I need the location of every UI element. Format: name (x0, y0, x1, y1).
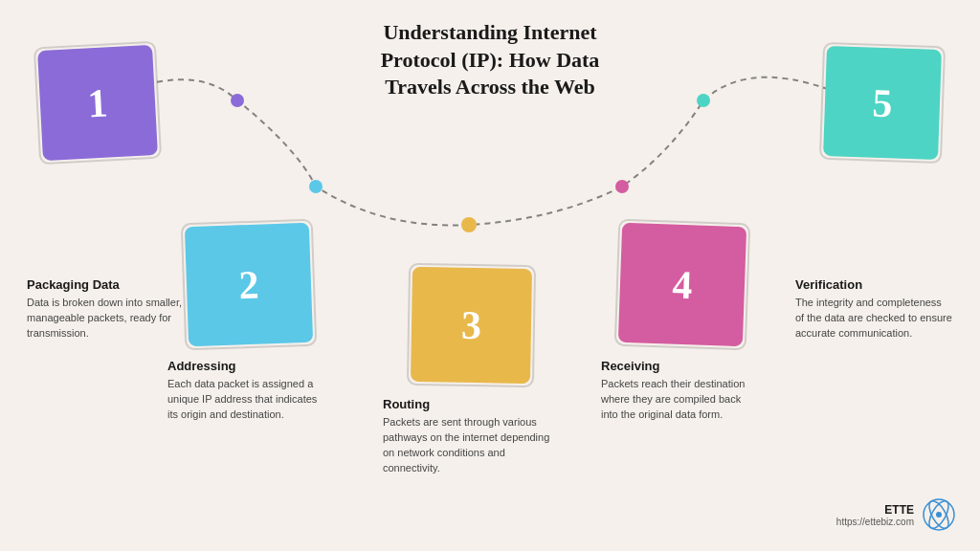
step-number-2: 2 (238, 261, 260, 308)
step-label-5: Verification The integrity and completen… (795, 277, 953, 342)
step-desc-2: Each data packet is assigned a unique IP… (167, 377, 325, 423)
branding-text: ETTE https://ettebiz.com (836, 503, 914, 527)
arc-dot-2 (309, 180, 323, 193)
step-box-1: 1 (37, 45, 158, 161)
step-title-3: Routing (383, 397, 550, 411)
step-desc-3: Packets are sent through various pathway… (383, 415, 550, 476)
step-box-4: 4 (618, 223, 746, 346)
title-area: Understanding Internet Protocol (IP): Ho… (327, 19, 653, 101)
step-label-3: Routing Packets are sent through various… (383, 397, 550, 476)
arc-dot-3 (461, 217, 477, 232)
branding-url: https://ettebiz.com (836, 517, 914, 527)
branding-area: ETTE https://ettebiz.com (836, 497, 956, 532)
arc-dot-5 (697, 94, 710, 107)
step-box-5: 5 (823, 46, 942, 160)
step-number-4: 4 (672, 261, 694, 308)
step-title-2: Addressing (167, 359, 325, 373)
step-desc-5: The integrity and completeness of the da… (795, 296, 953, 342)
step-box-3: 3 (411, 267, 532, 384)
step-title-4: Receiving (601, 359, 759, 373)
step-box-2: 2 (185, 223, 313, 346)
branding-name: ETTE (836, 503, 914, 517)
step-label-2: Addressing Each data packet is assigned … (167, 359, 325, 423)
svg-point-3 (936, 512, 942, 518)
step-title-5: Verification (795, 277, 953, 292)
main-title: Understanding Internet Protocol (IP): Ho… (327, 19, 653, 101)
step-desc-1: Data is broken down into smaller, manage… (27, 296, 185, 342)
step-number-1: 1 (86, 79, 108, 126)
branding-icon (922, 497, 956, 532)
step-label-1: Packaging Data Data is broken down into … (27, 277, 185, 342)
step-desc-4: Packets reach their destination where th… (601, 377, 759, 423)
step-number-3: 3 (461, 302, 482, 348)
main-container: Understanding Internet Protocol (IP): Ho… (0, 0, 980, 551)
step-title-1: Packaging Data (27, 277, 185, 292)
step-label-4: Receiving Packets reach their destinatio… (601, 359, 759, 423)
arc-dot-1 (231, 94, 244, 107)
step-number-5: 5 (872, 79, 894, 126)
arc-dot-4 (615, 180, 629, 193)
